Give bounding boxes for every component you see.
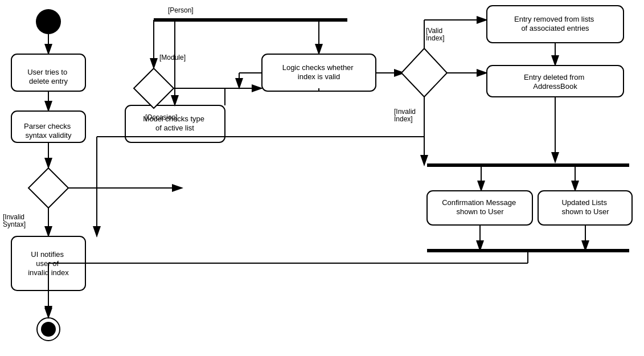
label-occasion: [Occasion] [145,113,178,121]
label-person: [Person] [168,6,194,14]
label-valid-index: [Valid [426,27,442,35]
label-updated-lists: Updated Lists shown to User [561,198,609,216]
diamond-fork [134,68,174,108]
diamond-syntax [28,168,68,208]
diamond-index [401,48,447,97]
label-user-tries: User tries to delete entry [27,68,69,85]
label-parser-checks: Parser checks syntax validity [24,122,73,140]
label-module: [Module] [159,54,186,62]
label-entry-removed: Entry removed from lists of associated e… [514,15,596,32]
label-invalid-syntax-2: Syntax] [3,220,26,228]
end-node-inner [41,322,56,337]
label-invalid-syntax: [Invalid [3,213,24,221]
label-entry-deleted: Entry deleted from AddressBook [524,73,586,91]
label-invalid-index: [Invalid [394,108,416,116]
label-invalid-index-2: Index] [394,115,413,123]
label-valid-index-2: Index] [426,34,445,42]
start-node [36,9,61,34]
